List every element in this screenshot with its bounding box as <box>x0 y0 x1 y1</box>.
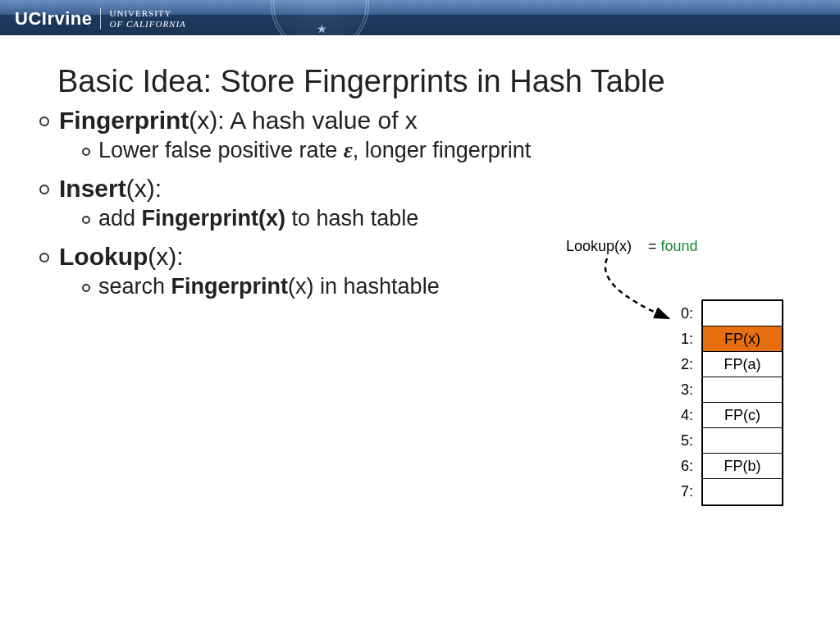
university-seal <box>271 0 369 35</box>
logo: UCIrvine UNIVERSITY OF CALIFORNIA <box>15 8 186 30</box>
bullet-fpr: Lower false positive rate ε, longer fing… <box>82 138 807 163</box>
hash-cell: FP(b) <box>703 454 782 479</box>
logo-main: UCIrvine <box>15 8 92 30</box>
hash-cell <box>703 377 782 403</box>
index-label: 0: <box>681 301 693 326</box>
hash-cell <box>703 479 782 504</box>
slide-title: Basic Idea: Store Fingerprints in Hash T… <box>57 64 665 99</box>
bullet-fingerprint: Fingerprint(x): A hash value of x <box>39 107 807 135</box>
index-label: 3: <box>681 377 693 403</box>
hash-table-indices: 0:1:2:3:4:5:6:7: <box>681 299 693 506</box>
hash-table: FP(x)FP(a)FP(c)FP(b) <box>701 299 783 506</box>
bullet-lookup-desc: search Fingerprint(x) in hashtable <box>82 274 807 299</box>
index-label: 6: <box>681 454 693 479</box>
logo-sub: UNIVERSITY OF CALIFORNIA <box>100 8 185 30</box>
hash-cell <box>703 301 782 326</box>
hash-cell <box>703 428 782 454</box>
hash-cell: FP(x) <box>703 326 782 352</box>
header-banner: UCIrvine UNIVERSITY OF CALIFORNIA <box>0 0 840 35</box>
index-label: 2: <box>681 352 693 377</box>
index-label: 7: <box>681 479 693 504</box>
index-label: 1: <box>681 326 693 352</box>
bullet-insert-desc: add Fingerprint(x) to hash table <box>82 206 807 231</box>
index-label: 5: <box>681 428 693 454</box>
hash-cell: FP(c) <box>703 403 782 428</box>
hash-cell: FP(a) <box>703 352 782 377</box>
index-label: 4: <box>681 403 693 428</box>
lookup-expression: Lookup(x) = found <box>566 238 698 255</box>
bullet-insert: Insert(x): <box>39 175 807 203</box>
